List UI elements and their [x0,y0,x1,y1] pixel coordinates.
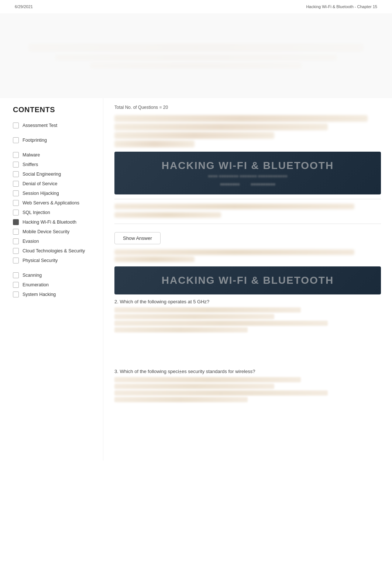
bullet-icon [13,190,19,196]
sidebar-item-label: Assessment Test [23,123,57,128]
sidebar-item-cloud-tech[interactable]: Cloud Technologies & Security [13,246,96,256]
sidebar-item-label: System Hacking [23,292,56,297]
bullet-icon [13,171,19,177]
sidebar-item-label: Social Engineering [23,172,61,177]
bullet-icon [13,229,19,235]
page-header: 6/29/2021 Hacking Wi-Fi & Bluetooth - Ch… [0,0,392,13]
sidebar-item-assessment-test[interactable]: Assessment Test [13,121,96,130]
separator-1 [114,199,381,199]
sidebar-item-label: Denial of Service [23,181,58,186]
bullet-icon [13,258,19,263]
sidebar-item-social-engineering[interactable]: Social Engineering [13,169,96,179]
sidebar: CONTENTS Assessment Test Footprinting Ma… [0,98,103,461]
sidebar-item-evasion[interactable]: Evasion [13,237,96,246]
bullet-icon [13,162,19,168]
banner-title-1: HACKING WI-FI & BLUETOOTH [122,160,374,172]
sidebar-title: CONTENTS [13,106,96,114]
bullet-icon [13,200,19,206]
sidebar-item-label: Hacking Wi-Fi & Bluetooth [23,220,76,225]
content-area: Total No. of Questions = 20 HACKING WI-F… [103,98,392,461]
sidebar-item-mobile-security[interactable]: Mobile Device Security [13,227,96,237]
sidebar-item-label: Scanning [23,273,42,278]
header-date: 6/29/2021 [15,4,33,9]
banner-subtitle-1: ■■■■ ■■■■■■■■ ■■■■■■■ ■■■■■■■■■■■■ [122,174,374,178]
sidebar-item-scanning[interactable]: Scanning [13,270,96,280]
banner-detail-1: ■■■■■■■■ [220,182,240,186]
sidebar-item-label: Enumeration [23,282,49,287]
q2-options-blurred [114,307,381,332]
sidebar-item-sql-injection[interactable]: SQL Injection [13,208,96,217]
q3-options-blurred [114,377,381,402]
total-questions: Total No. of Questions = 20 [114,105,381,110]
sidebar-item-label: SQL Injection [23,210,50,215]
main-container: CONTENTS Assessment Test Footprinting Ma… [0,98,392,461]
banner-1: HACKING WI-FI & BLUETOOTH ■■■■ ■■■■■■■■ … [114,152,381,194]
sidebar-item-denial-of-service[interactable]: Denial of Service [13,179,96,189]
banner-detail-row: ■■■■■■■■ ■■■■■■■■■■ [122,182,374,186]
bullet-icon [13,152,19,158]
bullet-icon [13,292,19,297]
bullet-icon [13,248,19,254]
q1-options-blurred [114,204,381,219]
sidebar-item-label: Session Hijacking [23,191,59,196]
sidebar-item-label: Mobile Device Security [23,229,69,234]
sidebar-item-system-hacking[interactable]: System Hacking [13,290,96,299]
bullet-icon [13,282,19,288]
sidebar-item-label: Evasion [23,239,39,244]
sidebar-item-sniffers[interactable]: Sniffers [13,160,96,169]
bullet-icon [13,181,19,187]
sidebar-item-label: Sniffers [23,162,38,167]
show-answer-button[interactable]: Show Answer [114,232,161,244]
bullet-icon [13,219,19,225]
question-2: 2. Which of the following operates at 5 … [114,299,381,304]
sidebar-item-web-servers[interactable]: Web Servers & Applications [13,198,96,208]
sidebar-item-label: Footprinting [23,138,47,143]
bullet-icon [13,123,19,128]
sidebar-item-label: Cloud Technologies & Security [23,248,85,253]
question-1-blurred [114,115,381,147]
sidebar-item-hacking-wifi[interactable]: Hacking Wi-Fi & Bluetooth [13,217,96,227]
banner-2: HACKING WI-FI & BLUETOOTH [114,266,381,294]
sidebar-item-malware[interactable]: Malware [13,150,96,160]
banner-title-2: HACKING WI-FI & BLUETOOTH [122,275,374,286]
sidebar-item-label: Physical Security [23,258,58,263]
bullet-icon [13,238,19,244]
bullet-icon [13,210,19,215]
separator-2 [114,224,381,224]
sidebar-item-label: Web Servers & Applications [23,200,79,206]
sidebar-item-physical-security[interactable]: Physical Security [13,256,96,265]
banner-detail-2: ■■■■■■■■■■ [251,182,275,186]
bullet-icon [13,137,19,143]
sidebar-item-session-hijacking[interactable]: Session Hijacking [13,189,96,198]
sidebar-item-enumeration[interactable]: Enumeration [13,280,96,290]
answer-reveal-blurred [114,249,381,262]
header-title: Hacking Wi-Fi & Bluetooth - Chapter 15 [306,4,377,9]
sidebar-item-label: Malware [23,152,40,158]
sidebar-item-footprinting[interactable]: Footprinting [13,135,96,145]
bullet-icon [13,272,19,278]
question-3: 3. Which of the following speci±es secur… [114,369,381,374]
